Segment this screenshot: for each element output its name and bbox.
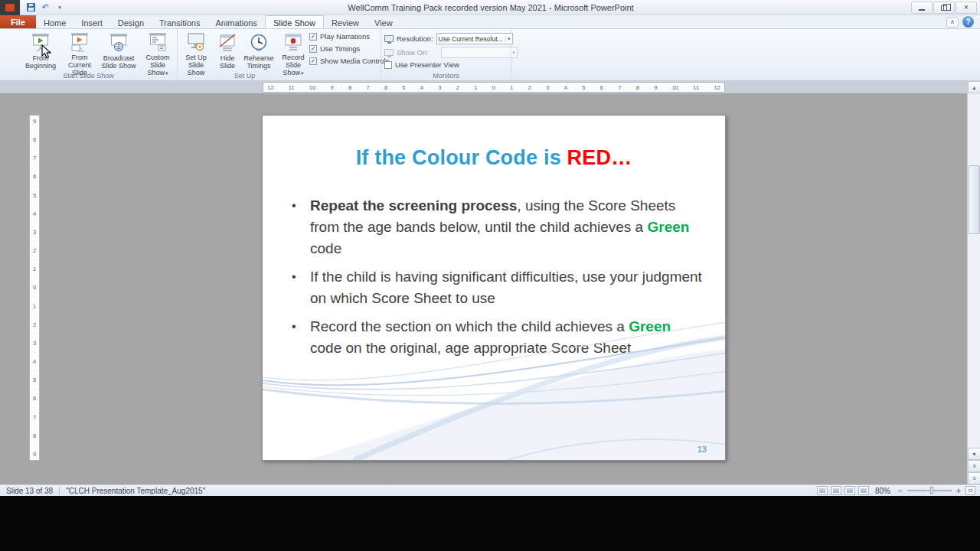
ruler-tick: · — [34, 165, 35, 170]
minimize-button[interactable] — [911, 2, 933, 14]
horizontal-ruler[interactable]: 12·11·10·9·8·7·6·5·4·3·2·1·0·1·2·3·4·5·6… — [263, 82, 725, 93]
tab-file[interactable]: File — [0, 15, 36, 28]
broadcast-slide-show-button[interactable]: BroadcastSlide Show — [100, 31, 138, 75]
button-label: Rehearse — [243, 54, 273, 62]
save-button[interactable] — [24, 2, 37, 13]
button-label: Beginning — [25, 62, 56, 70]
resolution-select[interactable]: Use Current Resolut...▾ — [436, 33, 513, 44]
title-bar: ↶ ▾ WellComm Training Pack recorded vers… — [0, 0, 980, 15]
vertical-ruler[interactable]: 9·8·7·6·5·4·3·2·1·0·1·2·3·4·5·6·7·8·9 — [29, 115, 40, 461]
undo-button[interactable]: ↶ — [39, 2, 51, 13]
decorative-swoosh — [263, 307, 726, 460]
checkbox-use-timings[interactable]: ✓Use Timings — [309, 44, 389, 53]
title-run: RED — [567, 146, 612, 169]
zoom-slider-thumb[interactable] — [930, 487, 933, 494]
tab-design[interactable]: Design — [110, 15, 152, 28]
normal-view-button[interactable] — [817, 486, 828, 495]
template-name: "CLCH Presentation Template_Aug2015" — [60, 487, 211, 495]
ruler-tick: · — [358, 85, 360, 90]
button-label: Hide — [220, 54, 235, 62]
reading-view-icon — [847, 488, 853, 493]
ribbon-right-controls: ∧ ? — [946, 15, 980, 28]
set-up-slide-show-button[interactable]: Set UpSlide Show — [181, 31, 211, 75]
ruler-tick: · — [520, 85, 521, 90]
ruler-tick: · — [34, 405, 35, 410]
ruler-tick: · — [556, 85, 557, 90]
checkbox-show-media-controls[interactable]: ✓Show Media Controls — [309, 57, 389, 65]
use-presenter-view-checkbox[interactable]: Use Presenter View — [384, 60, 459, 69]
slide-canvas[interactable]: If the Colour Code is RED… •Repeat the s… — [262, 115, 726, 461]
slide-show-view-button[interactable] — [858, 486, 869, 495]
ruler-tick: · — [592, 85, 593, 90]
previous-slide-button[interactable]: « — [968, 460, 980, 472]
tab-slide-show[interactable]: Slide Show — [265, 15, 324, 28]
powerpoint-logo-icon — [5, 4, 15, 11]
checkbox-label: Play Narrations — [320, 32, 370, 41]
scroll-up-icon: ▲ — [972, 85, 977, 90]
next-slide-button[interactable]: » — [968, 472, 980, 484]
zoom-slider[interactable] — [907, 490, 952, 491]
scroll-down-button[interactable]: ▼ — [968, 448, 980, 460]
ruler-mark: 9 — [33, 451, 36, 458]
ruler-mark: 0 — [492, 84, 495, 91]
save-icon — [27, 3, 35, 11]
checkbox-play-narrations[interactable]: ✓Play Narrations — [309, 32, 389, 41]
minimize-icon — [919, 9, 925, 11]
show-on-row: Show On: ▾ — [384, 47, 518, 58]
ruler-mark: 6 — [384, 84, 387, 91]
tab-home[interactable]: Home — [36, 15, 74, 28]
fit-slide-to-window-button[interactable] — [965, 486, 975, 495]
ruler-mark: 9 — [330, 84, 333, 91]
ruler-tick: · — [34, 146, 35, 152]
zoom-in-button[interactable]: + — [955, 487, 962, 495]
reading-view-button[interactable] — [844, 486, 855, 495]
scroll-up-button[interactable]: ▲ — [968, 81, 980, 93]
ruler-mark: 3 — [33, 340, 36, 347]
record-slide-show-button[interactable]: RecordSlide Show▾ — [276, 31, 311, 75]
tab-view[interactable]: View — [367, 15, 400, 28]
button-label: Set Up — [185, 54, 207, 61]
bullet-text: Repeat the screening process, using the … — [310, 195, 705, 259]
vertical-scrollbar[interactable]: ▲ ▼ « » — [967, 81, 980, 484]
show-on-select: ▾ — [441, 47, 518, 58]
scrollbar-thumb[interactable] — [969, 165, 980, 234]
hide-slide-button[interactable]: HideSlide — [214, 31, 240, 75]
button-label: From — [32, 54, 48, 62]
ruler-mark: 10 — [309, 84, 315, 91]
from-beginning-button[interactable]: FromBeginning — [23, 31, 58, 75]
zoom-out-button[interactable]: − — [897, 487, 904, 495]
ruler-mark: 7 — [366, 84, 369, 91]
minimize-ribbon-button[interactable]: ∧ — [946, 17, 959, 28]
ruler-tick: · — [34, 202, 35, 207]
from-beginning-icon — [31, 31, 51, 53]
help-button[interactable]: ? — [962, 16, 974, 28]
ruler-mark: 3 — [546, 84, 549, 91]
rehearse-timings-icon — [249, 31, 269, 53]
ruler-mark: 11 — [693, 84, 699, 91]
ruler-tick: · — [501, 85, 503, 90]
app-icon[interactable] — [0, 0, 20, 15]
tab-transitions[interactable]: Transitions — [152, 15, 207, 28]
slide-sorter-view-button[interactable] — [831, 486, 841, 495]
from-current-slide-button[interactable]: FromCurrent Slide — [61, 31, 98, 75]
tab-animations[interactable]: Animations — [207, 15, 264, 28]
ruler-tick: · — [394, 85, 396, 90]
rehearse-timings-button[interactable]: RehearseTimings — [243, 31, 274, 75]
tab-insert[interactable]: Insert — [74, 15, 110, 28]
ruler-mark: 1 — [33, 266, 36, 272]
group-label-set-up: Set Up — [178, 72, 312, 80]
video-call-strip: TAILOR, Roshni (CENTRAL LONDON... — [0, 496, 980, 551]
ruler-mark: 10 — [672, 84, 678, 91]
qat-customize-button[interactable]: ▾ — [54, 2, 66, 13]
close-button[interactable]: × — [956, 2, 977, 14]
help-icon: ? — [965, 18, 970, 26]
ruler-tick: · — [34, 239, 35, 244]
set-up-group: Set UpSlide Show HideSlide RehearseTimin… — [178, 29, 381, 80]
restore-button[interactable] — [933, 2, 955, 14]
tab-review[interactable]: Review — [324, 15, 367, 28]
custom-slide-show-button[interactable]: CustomSlide Show▾ — [139, 31, 176, 75]
ruler-mark: 1 — [510, 84, 513, 91]
record-slide-show-icon — [283, 31, 303, 52]
ruler-tick: · — [484, 85, 485, 90]
checkbox-box: ✓ — [309, 45, 317, 53]
